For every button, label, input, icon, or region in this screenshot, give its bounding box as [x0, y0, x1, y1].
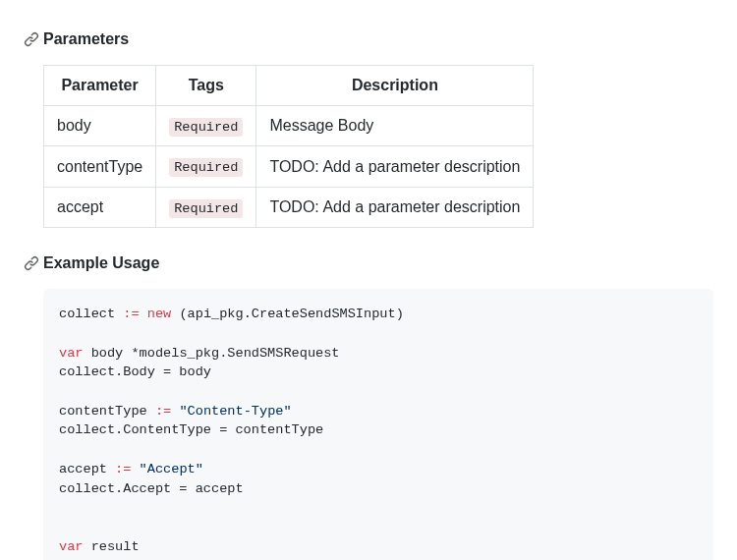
- code-kw: var: [59, 346, 83, 361]
- code-op: :=: [123, 307, 139, 321]
- heading-parameters: Parameters: [24, 28, 713, 51]
- tag-badge: Required: [169, 199, 243, 218]
- code-kw: var: [59, 539, 83, 554]
- cell-param: body: [44, 106, 156, 146]
- cell-desc: TODO: Add a parameter description: [256, 187, 534, 227]
- tag-badge: Required: [169, 118, 243, 137]
- heading-example-usage: Example Usage: [24, 252, 713, 275]
- th-tags: Tags: [156, 66, 256, 106]
- th-description: Description: [256, 66, 534, 106]
- code-text: (api_pkg.CreateSendSMSInput): [171, 307, 404, 321]
- cell-tag: Required: [156, 106, 256, 146]
- code-text: [140, 307, 147, 321]
- code-text: collect: [59, 307, 123, 321]
- code-op: :=: [155, 404, 171, 419]
- code-text: collect.Body = body: [59, 364, 211, 379]
- code-block: collect := new (api_pkg.CreateSendSMSInp…: [43, 289, 713, 560]
- cell-desc: TODO: Add a parameter description: [256, 146, 534, 187]
- heading-example-usage-text: Example Usage: [43, 252, 159, 275]
- cell-tag: Required: [156, 187, 256, 227]
- heading-parameters-text: Parameters: [43, 28, 129, 51]
- cell-param: contentType: [44, 146, 156, 187]
- code-text: collect.Accept = accept: [59, 481, 244, 496]
- code-op: :=: [115, 462, 131, 476]
- cell-tag: Required: [156, 146, 256, 187]
- code-text: collect.ContentType = contentType: [59, 422, 323, 437]
- tag-badge: Required: [169, 158, 243, 177]
- code-text: contentType: [59, 404, 155, 419]
- code-text: [131, 462, 139, 476]
- link-icon[interactable]: [24, 255, 39, 271]
- table-row: accept Required TODO: Add a parameter de…: [44, 187, 534, 227]
- code-str: "Accept": [140, 462, 203, 476]
- link-icon[interactable]: [24, 31, 39, 47]
- th-parameter: Parameter: [44, 66, 156, 106]
- code-text: accept: [59, 462, 115, 476]
- table-row: body Required Message Body: [44, 106, 534, 146]
- parameters-table: Parameter Tags Description body Required…: [43, 65, 534, 228]
- table-row: contentType Required TODO: Add a paramet…: [44, 146, 534, 187]
- cell-desc: Message Body: [256, 106, 534, 146]
- code-text: body *models_pkg.SendSMSRequest: [83, 346, 339, 361]
- code-str: "Content-Type": [179, 404, 291, 419]
- code-kw: new: [147, 307, 171, 321]
- cell-param: accept: [44, 187, 156, 227]
- code-text: result: [83, 539, 139, 554]
